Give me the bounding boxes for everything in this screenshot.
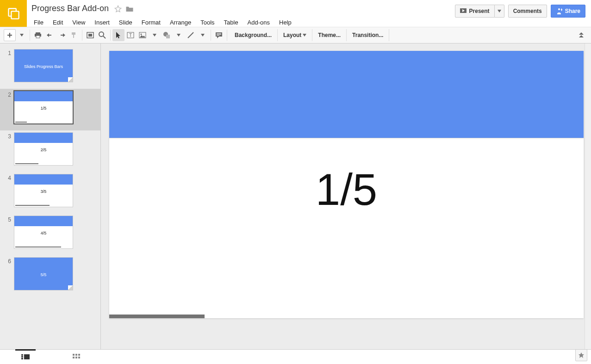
slide-thumbnail[interactable]: 54/5 — [0, 214, 100, 255]
menu-insert[interactable]: Insert — [90, 17, 114, 28]
vertical-scrollbar[interactable] — [585, 43, 591, 349]
print-button[interactable] — [32, 29, 44, 41]
slide-number: 1 — [4, 49, 14, 56]
zoom-button[interactable] — [96, 29, 108, 41]
thumbnail-canvas[interactable]: 2/5 — [14, 132, 73, 166]
slide-title-block[interactable] — [109, 51, 584, 138]
menu-arrange[interactable]: Arrange — [166, 17, 195, 28]
thumb-progress-bar — [15, 163, 38, 164]
zoom-fit-button[interactable] — [84, 29, 96, 41]
svg-rect-12 — [88, 34, 92, 37]
slide-number: 5 — [4, 216, 14, 223]
line-tool[interactable] — [185, 29, 197, 41]
menu-tools[interactable]: Tools — [196, 17, 218, 28]
page-fold-icon — [68, 285, 73, 290]
explore-button[interactable] — [575, 349, 587, 361]
slide-panel[interactable]: 1Slides Progress Bars21/532/543/554/565/… — [0, 43, 101, 349]
menu-help[interactable]: Help — [275, 17, 296, 28]
slide-thumbnail[interactable]: 21/5 — [0, 89, 100, 130]
thumbnail-canvas[interactable]: 3/5 — [14, 174, 73, 207]
paint-format-button[interactable] — [68, 29, 80, 41]
svg-rect-39 — [73, 357, 75, 358]
slide-body-text[interactable]: 1/5 — [109, 164, 584, 215]
image-dropdown[interactable] — [149, 29, 161, 41]
filmstrip-view-button[interactable] — [0, 350, 51, 364]
slide-canvas[interactable]: 1/5 — [109, 51, 584, 318]
thumb-header-block — [14, 91, 73, 101]
svg-marker-22 — [177, 34, 180, 37]
thumbnail-canvas[interactable]: 1/5 — [14, 91, 73, 124]
app-header: Progress Bar Add-on File Edit View Inser… — [0, 0, 591, 27]
comment-tool[interactable] — [213, 29, 225, 41]
header-actions: Present Comments Share — [455, 0, 591, 18]
svg-marker-4 — [498, 10, 501, 12]
slide-thumbnail[interactable]: 1Slides Progress Bars — [0, 47, 100, 89]
layout-button[interactable]: Layout — [278, 29, 312, 41]
menu-file[interactable]: File — [30, 17, 48, 28]
thumb-title-text: 5/5 — [14, 272, 73, 277]
share-label: Share — [565, 8, 580, 14]
thumbnail-canvas[interactable]: 5/5 — [14, 257, 73, 290]
redo-button[interactable] — [56, 29, 68, 41]
comments-button[interactable]: Comments — [508, 5, 547, 18]
menu-format[interactable]: Format — [137, 17, 165, 28]
thumbnail-canvas[interactable]: Slides Progress Bars — [14, 49, 73, 82]
collapse-toolbar-icon[interactable] — [575, 29, 587, 41]
image-tool[interactable] — [137, 29, 149, 41]
slide-thumbnail[interactable]: 43/5 — [0, 172, 100, 214]
page-fold-icon — [68, 77, 73, 82]
menu-edit[interactable]: Edit — [49, 17, 67, 28]
slide-progress-bar[interactable] — [109, 315, 205, 318]
select-tool[interactable] — [112, 29, 124, 41]
slide-thumbnail[interactable]: 32/5 — [0, 130, 100, 172]
thumbnail-canvas[interactable]: 4/5 — [14, 216, 73, 249]
grid-view-button[interactable] — [51, 350, 102, 364]
menu-view[interactable]: View — [68, 17, 89, 28]
thumb-header-block — [14, 174, 73, 185]
svg-marker-42 — [579, 352, 584, 358]
textbox-tool[interactable]: T — [124, 29, 137, 41]
svg-text:T: T — [129, 33, 132, 38]
thumb-header-block — [14, 216, 73, 226]
shape-dropdown[interactable] — [173, 29, 185, 41]
present-button[interactable]: Present — [455, 5, 495, 18]
svg-rect-35 — [24, 354, 30, 359]
menu-slide[interactable]: Slide — [115, 17, 137, 28]
share-button[interactable]: Share — [551, 5, 585, 18]
thumb-title-text: Slides Progress Bars — [14, 64, 73, 69]
theme-button[interactable]: Theme... — [312, 29, 347, 41]
svg-rect-34 — [21, 358, 23, 359]
thumb-body-text: 1/5 — [14, 106, 73, 111]
menu-table[interactable]: Table — [220, 17, 243, 28]
new-slide-button[interactable] — [4, 29, 16, 41]
document-title[interactable]: Progress Bar Add-on — [30, 3, 111, 14]
svg-point-18 — [141, 34, 142, 35]
slide-number: 6 — [4, 257, 14, 265]
new-slide-dropdown[interactable] — [16, 29, 28, 41]
svg-rect-37 — [75, 354, 77, 356]
thumb-header-block — [14, 133, 73, 143]
toolbar: T Background... Layout Theme... Transiti… — [0, 27, 591, 43]
svg-marker-24 — [201, 34, 205, 37]
svg-rect-38 — [78, 354, 80, 356]
svg-marker-30 — [579, 32, 584, 35]
star-icon[interactable] — [114, 5, 122, 12]
svg-rect-28 — [217, 35, 219, 36]
line-dropdown[interactable] — [197, 29, 209, 41]
svg-rect-10 — [73, 35, 74, 38]
folder-icon[interactable] — [125, 5, 134, 12]
background-button[interactable]: Background... — [229, 29, 278, 41]
slide-thumbnail[interactable]: 65/5 — [0, 255, 100, 297]
menu-addons[interactable]: Add-ons — [243, 17, 274, 28]
undo-button[interactable] — [44, 29, 56, 41]
layout-label: Layout — [283, 32, 301, 38]
transition-button[interactable]: Transition... — [347, 29, 389, 41]
svg-rect-9 — [72, 32, 75, 35]
thumb-body-text: 2/5 — [14, 148, 73, 152]
slides-logo[interactable] — [0, 0, 27, 27]
present-dropdown[interactable] — [495, 5, 504, 18]
shape-tool[interactable] — [161, 29, 173, 41]
canvas-area[interactable]: 1/5 — [101, 43, 591, 349]
thumb-body-text: 3/5 — [14, 189, 73, 194]
menubar: File Edit View Insert Slide Format Arran… — [30, 14, 452, 28]
